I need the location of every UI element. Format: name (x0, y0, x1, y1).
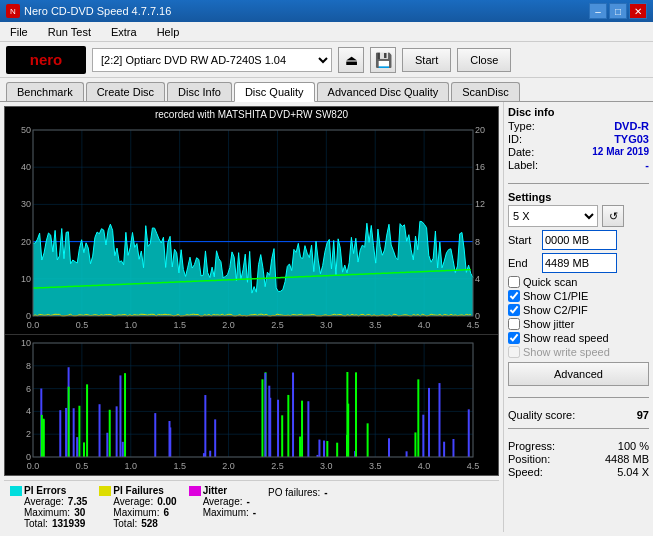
chart-title: recorded with MATSHITA DVD+RW SW820 (5, 107, 498, 122)
jitter-max-value: - (253, 507, 256, 518)
pi-errors-avg-value: 7.35 (68, 496, 87, 507)
speed-label: Speed: (508, 466, 543, 478)
chart-lower (5, 335, 498, 475)
tab-disc-quality[interactable]: Disc Quality (234, 82, 315, 102)
menu-extra[interactable]: Extra (105, 25, 143, 39)
menu-help[interactable]: Help (151, 25, 186, 39)
po-failures-group: PO failures: - (268, 485, 340, 529)
pi-errors-label: PI Errors (24, 485, 87, 496)
tab-create-disc[interactable]: Create Disc (86, 82, 165, 101)
settings-section: Settings 5 X ↺ Start End Quick scan (508, 191, 649, 386)
tab-disc-info[interactable]: Disc Info (167, 82, 232, 101)
start-value-input[interactable] (542, 230, 617, 250)
start-label: Start (508, 234, 538, 246)
quick-scan-label: Quick scan (523, 276, 577, 288)
disc-id-value: TYG03 (614, 133, 649, 145)
pi-errors-max-label: Maximum: (24, 507, 70, 518)
show-read-speed-label: Show read speed (523, 332, 609, 344)
disc-label-value: - (645, 159, 649, 171)
pi-errors-total-value: 131939 (52, 518, 85, 529)
stats-bar: PI Errors Average: 7.35 Maximum: 30 Tota… (4, 480, 499, 532)
menu-file[interactable]: File (4, 25, 34, 39)
disc-date-label: Date: (508, 146, 534, 158)
show-write-speed-label: Show write speed (523, 346, 610, 358)
disc-type-value: DVD-R (614, 120, 649, 132)
jitter-avg-label: Average: (203, 496, 243, 507)
pi-failures-label: PI Failures (113, 485, 176, 496)
show-write-speed-row: Show write speed (508, 346, 649, 358)
pi-errors-avg-label: Average: (24, 496, 64, 507)
drive-select[interactable]: [2:2] Optiarc DVD RW AD-7240S 1.04 (92, 48, 332, 72)
quality-score-value: 97 (637, 409, 649, 421)
show-jitter-checkbox[interactable] (508, 318, 520, 330)
menu-run-test[interactable]: Run Test (42, 25, 97, 39)
right-panel: Disc info Type: DVD-R ID: TYG03 Date: 12… (503, 102, 653, 532)
advanced-button[interactable]: Advanced (508, 362, 649, 386)
disc-id-label: ID: (508, 133, 522, 145)
title-text: Nero CD-DVD Speed 4.7.7.16 (24, 5, 171, 17)
pi-errors-group: PI Errors Average: 7.35 Maximum: 30 Tota… (10, 485, 99, 529)
tabs-bar: Benchmark Create Disc Disc Info Disc Qua… (0, 78, 653, 102)
refresh-icon-button[interactable]: ↺ (602, 205, 624, 227)
start-button[interactable]: Start (402, 48, 451, 72)
show-c1-label: Show C1/PIE (523, 290, 588, 302)
quick-scan-checkbox[interactable] (508, 276, 520, 288)
eject-icon-button[interactable]: ⏏ (338, 47, 364, 73)
disc-type-label: Type: (508, 120, 535, 132)
pi-failures-legend (99, 486, 111, 496)
show-c2-checkbox[interactable] (508, 304, 520, 316)
end-value-input[interactable] (542, 253, 617, 273)
jitter-group: Jitter Average: - Maximum: - (189, 485, 268, 529)
nero-logo: nero (6, 46, 86, 74)
disc-info-section: Disc info Type: DVD-R ID: TYG03 Date: 12… (508, 106, 649, 172)
jitter-avg-value: - (246, 496, 249, 507)
show-read-speed-row: Show read speed (508, 332, 649, 344)
jitter-max-label: Maximum: (203, 507, 249, 518)
disc-date-value: 12 Mar 2019 (592, 146, 649, 158)
tab-advanced-disc-quality[interactable]: Advanced Disc Quality (317, 82, 450, 101)
show-write-speed-checkbox (508, 346, 520, 358)
toolbar: nero [2:2] Optiarc DVD RW AD-7240S 1.04 … (0, 42, 653, 78)
show-jitter-label: Show jitter (523, 318, 574, 330)
tab-benchmark[interactable]: Benchmark (6, 82, 84, 101)
pi-errors-legend (10, 486, 22, 496)
chart-area: recorded with MATSHITA DVD+RW SW820 (4, 106, 499, 476)
menu-bar: File Run Test Extra Help (0, 22, 653, 42)
pi-failures-avg-label: Average: (113, 496, 153, 507)
title-bar: N Nero CD-DVD Speed 4.7.7.16 – □ ✕ (0, 0, 653, 22)
pi-failures-max-label: Maximum: (113, 507, 159, 518)
pi-errors-max-value: 30 (74, 507, 85, 518)
speed-value: 5.04 X (617, 466, 649, 478)
main-content: recorded with MATSHITA DVD+RW SW820 PI E… (0, 102, 653, 532)
jitter-legend (189, 486, 201, 496)
save-icon-button[interactable]: 💾 (370, 47, 396, 73)
pi-failures-avg-value: 0.00 (157, 496, 176, 507)
show-c1-checkbox[interactable] (508, 290, 520, 302)
disc-info-title: Disc info (508, 106, 649, 118)
minimize-button[interactable]: – (589, 3, 607, 19)
tab-scandisc[interactable]: ScanDisc (451, 82, 519, 101)
speed-select[interactable]: 5 X (508, 205, 598, 227)
quality-score-row: Quality score: 97 (508, 409, 649, 421)
close-button[interactable]: Close (457, 48, 511, 72)
divider-3 (508, 428, 649, 429)
show-c2-row: Show C2/PIF (508, 304, 649, 316)
pi-failures-total-value: 528 (141, 518, 158, 529)
position-value: 4488 MB (605, 453, 649, 465)
progress-label: Progress: (508, 440, 555, 452)
pi-failures-group: PI Failures Average: 0.00 Maximum: 6 Tot… (99, 485, 188, 529)
po-failures-label: PO failures: (268, 487, 320, 498)
chart-upper (5, 122, 498, 335)
divider-2 (508, 397, 649, 398)
show-read-speed-checkbox[interactable] (508, 332, 520, 344)
po-failures-value: - (324, 487, 327, 498)
quick-scan-row: Quick scan (508, 276, 649, 288)
maximize-button[interactable]: □ (609, 3, 627, 19)
quality-score-label: Quality score: (508, 409, 575, 421)
progress-section: Progress: 100 % Position: 4488 MB Speed:… (508, 440, 649, 479)
pi-failures-total-label: Total: (113, 518, 137, 529)
app-icon: N (6, 4, 20, 18)
show-jitter-row: Show jitter (508, 318, 649, 330)
close-window-button[interactable]: ✕ (629, 3, 647, 19)
show-c1-row: Show C1/PIE (508, 290, 649, 302)
